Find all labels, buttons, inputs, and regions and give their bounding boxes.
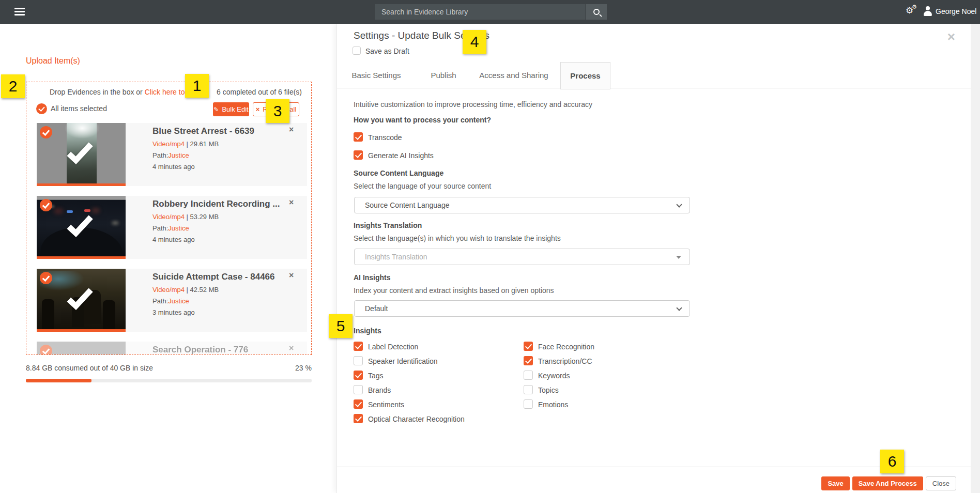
separator: | (185, 286, 190, 294)
chevron-down-icon (676, 305, 682, 311)
ai-insights-value: Default (365, 304, 388, 313)
selected-check-icon[interactable] (40, 272, 52, 284)
remove-file-icon[interactable]: × (289, 125, 294, 134)
settings-tabs: Basic Settings Publish Access and Sharin… (337, 62, 971, 88)
remove-file-icon[interactable]: × (289, 198, 294, 207)
save-as-draft-checkbox[interactable] (353, 47, 361, 55)
all-items-selected-checkbox[interactable] (36, 103, 47, 114)
video-thumbnail (37, 342, 126, 355)
file-size: 29.61 MB (190, 140, 219, 148)
bulk-edit-button[interactable]: ✎ Bulk Edit (213, 102, 249, 116)
sentiments-checkbox[interactable] (354, 399, 363, 409)
insights-translation-select[interactable]: Insights Translation (354, 249, 690, 265)
video-thumbnail (37, 123, 126, 186)
speaker-identification-checkbox[interactable] (354, 356, 363, 365)
brands-label: Brands (368, 386, 391, 394)
file-size: 53.29 MB (190, 213, 219, 221)
tags-checkbox[interactable] (354, 371, 363, 380)
path-value[interactable]: Justice (168, 224, 189, 232)
insights-heading: Insights (354, 327, 381, 335)
annotation-badge-3: 3 (266, 99, 289, 123)
ai-insights-heading: AI Insights (354, 273, 391, 282)
emotions-checkbox[interactable] (524, 399, 533, 409)
file-row-search-operation[interactable]: Search Operation - 776 × (37, 342, 307, 355)
tab-publish[interactable]: Publish (421, 62, 466, 88)
brands-checkbox[interactable] (354, 385, 363, 394)
source-language-select[interactable]: Source Content Language (354, 197, 690, 213)
selected-check-icon[interactable] (40, 126, 52, 138)
path-label: Path: (152, 297, 168, 305)
settings-gears-icon[interactable]: ⚙⚙ (906, 5, 921, 16)
save-button[interactable]: Save (821, 476, 849, 490)
file-timestamp: 3 minutes ago (152, 309, 195, 316)
insights-translation-placeholder: Insights Translation (365, 253, 427, 261)
bulk-edit-label: Bulk Edit (222, 105, 248, 113)
remove-file-icon[interactable]: × (289, 344, 294, 353)
process-intro-text: Intuitive customization to improve proce… (354, 100, 592, 109)
path-value[interactable]: Justice (168, 297, 189, 305)
transcription-cc-label: Transcription/CC (538, 357, 592, 365)
tab-basic-settings[interactable]: Basic Settings (345, 62, 408, 88)
sentiments-label: Sentiments (368, 400, 404, 409)
path-label: Path: (152, 224, 168, 232)
upload-panel: Upload Item(s) Drop Evidences in the box… (0, 24, 336, 493)
file-path: Path:Justice (152, 297, 189, 305)
video-thumbnail (37, 269, 126, 332)
source-language-value: Source Content Language (365, 201, 449, 209)
ocr-checkbox[interactable] (354, 414, 363, 423)
search-button[interactable] (585, 4, 607, 20)
tab-process[interactable]: Process (560, 62, 610, 89)
ai-insights-select[interactable]: Default (354, 300, 690, 317)
tags-label: Tags (368, 372, 384, 380)
x-icon: × (256, 105, 260, 113)
remove-file-icon[interactable]: × (289, 271, 294, 280)
topics-checkbox[interactable] (524, 385, 533, 394)
search-input[interactable] (375, 4, 585, 20)
label-detection-label: Label Detection (368, 343, 418, 351)
file-row-robbery-incident[interactable]: Robbery Incident Recording ... Video/mp4… (37, 196, 307, 259)
path-value[interactable]: Justice (168, 151, 189, 159)
selected-check-icon[interactable] (40, 199, 52, 211)
hamburger-menu-icon[interactable] (14, 8, 25, 16)
tab-access-and-sharing[interactable]: Access and Sharing (474, 62, 553, 88)
user-avatar-icon[interactable] (923, 6, 932, 17)
transcode-label: Transcode (368, 133, 402, 142)
annotation-badge-6: 6 (880, 450, 904, 473)
modal-close-icon[interactable]: × (947, 30, 955, 43)
insights-translation-subtitle: Select the language(s) in which you wish… (354, 234, 561, 242)
save-and-process-button[interactable]: Save And Process (852, 476, 923, 490)
page-scrollbar-track[interactable] (971, 24, 980, 493)
selected-check-icon[interactable] (40, 345, 52, 355)
close-button[interactable]: Close (926, 476, 956, 490)
footer-buttons: Save Save And Process Close (821, 476, 956, 490)
transcription-cc-checkbox[interactable] (524, 356, 533, 365)
keywords-checkbox[interactable] (524, 371, 533, 380)
file-path: Path:Justice (152, 224, 189, 232)
speaker-identification-label: Speaker Identification (368, 357, 438, 365)
video-thumbnail (37, 196, 126, 259)
transcode-checkbox[interactable] (354, 132, 363, 142)
file-type: Video/mp4 (152, 140, 185, 148)
process-question: How you want to process your content? (354, 116, 491, 124)
generate-ai-insights-checkbox[interactable] (354, 150, 363, 160)
separator: | (185, 140, 190, 148)
upload-panel-title: Upload Item(s) (26, 56, 80, 66)
file-row-blue-street-arrest[interactable]: Blue Street Arrest - 6639 Video/mp4 | 29… (37, 123, 307, 186)
upload-complete-bar (37, 183, 126, 186)
ocr-label: Optical Character Recognition (368, 415, 465, 423)
uploaded-check-icon (67, 284, 93, 310)
user-name[interactable]: George Noel (936, 7, 976, 16)
separator: | (185, 213, 190, 221)
face-recognition-checkbox[interactable] (524, 342, 533, 351)
storage-percent: 23 % (255, 364, 312, 372)
footer-divider (337, 467, 971, 467)
label-detection-checkbox[interactable] (354, 342, 363, 351)
file-row-suicide-attempt[interactable]: Suicide Attempt Case - 84466 Video/mp4 |… (37, 269, 307, 332)
face-recognition-label: Face Recognition (538, 343, 594, 351)
file-path: Path:Justice (152, 151, 189, 159)
chevron-down-icon (676, 202, 682, 207)
triangle-down-icon (676, 256, 681, 259)
file-title: Search Operation - 776 (152, 345, 248, 355)
file-type: Video/mp4 (152, 213, 185, 221)
upload-complete-bar (37, 329, 126, 332)
